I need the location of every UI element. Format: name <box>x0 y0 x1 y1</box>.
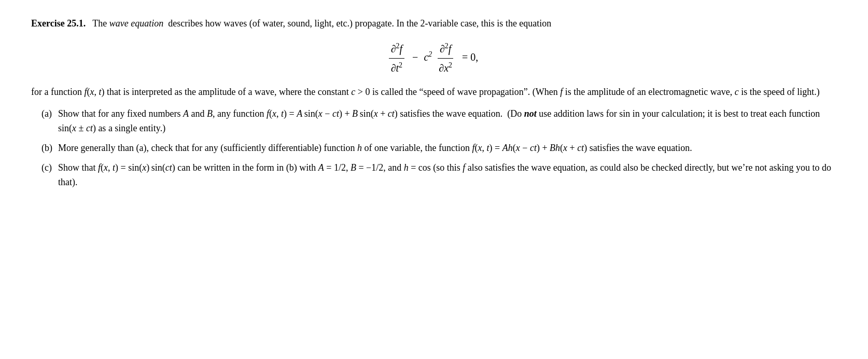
exercise-title: Exercise 25.1. <box>31 18 86 29</box>
intro-paragraph: Exercise 25.1. The wave equation describ… <box>31 17 837 31</box>
fraction-dx2: ∂2f ∂x2 <box>437 40 454 76</box>
part-b-label: (b) <box>41 141 58 156</box>
fraction-dt2: ∂2f ∂t2 <box>389 40 404 76</box>
part-c-content: Show that f(x, t) = sin(x) sin(ct) can b… <box>58 161 837 190</box>
description-paragraph: for a function f(x, t) that is interpret… <box>31 85 837 100</box>
wave-equation-term: wave equation <box>109 18 163 29</box>
numerator-dt2: ∂2f <box>389 40 404 59</box>
equals-operator: = 0, <box>462 51 478 63</box>
exercise-container: Exercise 25.1. The wave equation describ… <box>31 17 837 190</box>
minus-operator: − <box>412 51 418 63</box>
part-b: (b) More generally than (a), check that … <box>31 141 837 156</box>
part-c: (c) Show that f(x, t) = sin(x) sin(ct) c… <box>31 161 837 190</box>
intro-text: The <box>92 18 107 29</box>
part-a: (a) Show that for any fixed numbers A an… <box>31 107 837 136</box>
part-a-label: (a) <box>41 107 58 121</box>
part-b-content: More generally than (a), check that for … <box>58 141 837 156</box>
part-c-label: (c) <box>41 161 58 175</box>
numerator-dx2: ∂2f <box>438 40 453 59</box>
intro-text2: describes how waves (of water, sound, li… <box>168 18 551 29</box>
c-squared: c2 <box>424 51 432 63</box>
parts-list: (a) Show that for any fixed numbers A an… <box>31 107 837 189</box>
part-a-content: Show that for any fixed numbers A and B,… <box>58 107 837 136</box>
denominator-dx2: ∂x2 <box>437 59 454 76</box>
equation-block: ∂2f ∂t2 − c2 ∂2f ∂x2 = 0, <box>31 40 837 76</box>
denominator-dt2: ∂t2 <box>389 59 404 76</box>
